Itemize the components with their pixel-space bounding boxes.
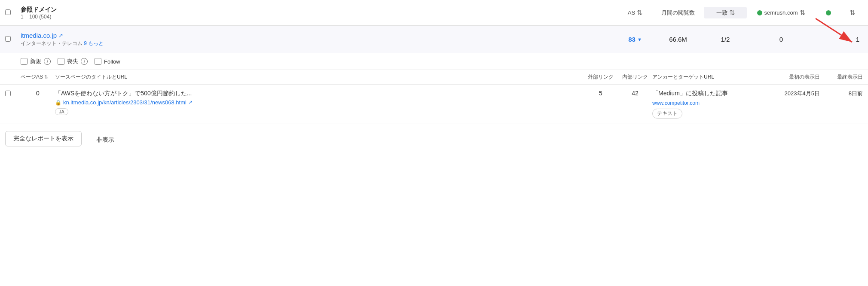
filter-row: 新規 i 喪失 i Follow xyxy=(0,53,868,70)
domain-column-header: 参照ドメイン 1 – 100 (504) xyxy=(21,3,618,23)
dot-col-header xyxy=(816,10,841,15)
more-link[interactable]: 9 もっと xyxy=(84,40,104,46)
row-int-links: 42 xyxy=(618,90,652,97)
table-row: 0 「AWSを使わない方がトク」で500億円節約した... 🔒 kn.itmed… xyxy=(0,85,868,124)
domain-category: インターネット・テレコム 9 もっと xyxy=(21,40,618,47)
follow-checkbox[interactable] xyxy=(95,58,101,65)
as-col-header[interactable]: AS ⇅ xyxy=(618,9,652,17)
as-filter-icon[interactable]: ⇅ xyxy=(637,9,642,17)
follow-label: Follow xyxy=(104,58,120,65)
lost-info-icon[interactable]: i xyxy=(81,58,88,65)
follow-filter-item: Follow xyxy=(95,58,120,65)
domain-as-value[interactable]: 83 ▼ xyxy=(618,36,652,43)
new-info-icon[interactable]: i xyxy=(44,58,51,65)
global-filter-col[interactable]: ⇅ xyxy=(841,9,863,17)
new-label: 新規 xyxy=(30,58,41,65)
match-filter-icon[interactable]: ⇅ xyxy=(729,9,735,17)
semrush-col-header[interactable]: semrush.com ⇅ xyxy=(747,9,816,17)
domain-count-value: 1 xyxy=(841,36,863,43)
status-dot-icon xyxy=(826,10,831,15)
lock-icon: 🔒 xyxy=(55,100,61,106)
row-source: 「AWSを使わない方がトク」で500億円節約した... 🔒 kn.itmedia… xyxy=(55,90,584,115)
row-anchor: 「Medium」に投稿した記事 www.competitor.com テキスト xyxy=(652,90,764,119)
source-title: 「AWSを使わない方がトク」で500億円節約した... xyxy=(55,90,584,97)
monthly-col-header[interactable]: 月間の閲覧数 xyxy=(652,9,704,17)
row-checkbox[interactable] xyxy=(5,91,11,96)
domain-match-value: 1/2 xyxy=(704,36,747,43)
lang-badge: JA xyxy=(55,108,68,115)
count-number: 1 xyxy=(856,36,859,43)
hide-button[interactable]: 非表示 xyxy=(89,133,122,145)
external-link-icon[interactable]: ↗ xyxy=(58,32,63,39)
last-date-col-header: 最終表示日 xyxy=(820,73,863,81)
domain-checkbox[interactable] xyxy=(5,36,11,42)
anchor-url[interactable]: www.competitor.com xyxy=(652,100,700,106)
row-ext-links: 5 xyxy=(584,90,618,97)
row-checkbox-col xyxy=(5,90,21,97)
domain-col-title: 参照ドメイン xyxy=(21,6,618,14)
row-first-date: 2023年4月5日 xyxy=(764,90,820,97)
column-headers-row: ページAS ⇅ ソースページのタイトルとURL 外部リンク 内部リンク アンカー… xyxy=(0,70,868,85)
as-number: 83 xyxy=(628,36,636,43)
domain-link[interactable]: itmedia.co.jp ↗ xyxy=(21,32,618,39)
new-checkbox[interactable] xyxy=(21,58,28,65)
page-as-sort-icon[interactable]: ⇅ xyxy=(44,74,48,80)
select-all-checkbox[interactable] xyxy=(5,9,11,15)
full-report-button[interactable]: 完全なレポートを表示 xyxy=(5,131,82,146)
anchor-text: 「Medium」に投稿した記事 xyxy=(652,90,764,97)
page-as-col-header[interactable]: ページAS ⇅ xyxy=(21,73,55,81)
global-filter-icon[interactable]: ⇅ xyxy=(850,9,855,17)
category-text: インターネット・テレコム xyxy=(21,40,83,46)
footer-row: 完全なレポートを表示 非表示 xyxy=(0,124,868,153)
source-external-icon[interactable]: ↗ xyxy=(188,99,193,105)
anchor-col-header: アンカーとターゲットURL xyxy=(652,73,764,81)
table-header: 参照ドメイン 1 – 100 (504) AS ⇅ 月間の閲覧数 一致 ⇅ se… xyxy=(0,0,868,26)
domain-col-sub: 1 – 100 (504) xyxy=(21,14,618,20)
domain-semrush-value: 0 xyxy=(747,36,816,43)
match-label: 一致 xyxy=(716,9,727,17)
ext-link-col-header: 外部リンク xyxy=(584,73,618,81)
source-url-text: kn.itmedia.co.jp/kn/articles/2303/31/new… xyxy=(63,99,186,106)
domain-row: itmedia.co.jp ↗ インターネット・テレコム 9 もっと 83 ▼ … xyxy=(0,26,868,53)
domain-checkbox-col xyxy=(5,36,21,43)
chevron-down-icon[interactable]: ▼ xyxy=(637,37,642,42)
as-label: AS xyxy=(628,9,635,16)
page-as-header-label: ページAS xyxy=(21,73,43,81)
semrush-label: semrush.com xyxy=(764,9,798,16)
header-checkbox-col xyxy=(5,9,21,16)
first-date-col-header: 最初の表示日 xyxy=(764,73,820,81)
new-filter-item: 新規 i xyxy=(21,58,51,65)
row-page-as: 0 xyxy=(21,90,55,97)
source-link[interactable]: 🔒 kn.itmedia.co.jp/kn/articles/2303/31/n… xyxy=(55,99,584,106)
lost-filter-item: 喪失 i xyxy=(58,58,88,65)
row-last-date: 8日前 xyxy=(820,90,863,97)
int-link-col-header: 内部リンク xyxy=(618,73,652,81)
lost-checkbox[interactable] xyxy=(58,58,64,65)
anchor-badge: テキスト xyxy=(652,109,682,119)
domain-name: itmedia.co.jp xyxy=(21,32,57,39)
domain-info: itmedia.co.jp ↗ インターネット・テレコム 9 もっと xyxy=(21,32,618,47)
semrush-filter-icon[interactable]: ⇅ xyxy=(800,9,805,17)
match-col-header[interactable]: 一致 ⇅ xyxy=(704,7,747,18)
domain-monthly-value: 66.6M xyxy=(652,36,704,43)
semrush-dot-icon xyxy=(757,10,762,15)
source-col-header: ソースページのタイトルとURL xyxy=(55,73,584,81)
monthly-label: 月間の閲覧数 xyxy=(661,9,695,17)
header-cols: AS ⇅ 月間の閲覧数 一致 ⇅ semrush.com ⇅ ⇅ xyxy=(618,7,863,18)
lost-label: 喪失 xyxy=(67,58,78,65)
